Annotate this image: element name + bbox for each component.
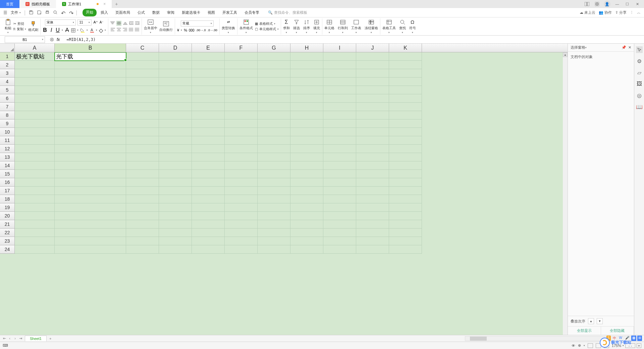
decrease-font-icon[interactable]: A⁻ <box>100 20 104 24</box>
select-all-corner[interactable] <box>0 44 15 52</box>
cell-E12[interactable] <box>192 145 225 153</box>
row-header-18[interactable]: 18 <box>0 195 15 203</box>
cell-H5[interactable] <box>290 86 323 94</box>
cell-H10[interactable] <box>290 128 323 136</box>
cell-J14[interactable] <box>356 161 389 170</box>
cell-B5[interactable] <box>55 86 126 94</box>
cell-A22[interactable] <box>15 229 55 237</box>
cell-B14[interactable] <box>55 161 126 170</box>
cell-K5[interactable] <box>389 86 422 94</box>
cell-J11[interactable] <box>356 136 389 145</box>
cell-H16[interactable] <box>290 178 323 187</box>
row-header-6[interactable]: 6 <box>0 94 15 103</box>
cell-F6[interactable] <box>225 94 258 103</box>
number-format-select[interactable]: 常规▾ <box>181 20 214 27</box>
print-icon[interactable] <box>45 10 50 15</box>
cell-G6[interactable] <box>258 94 290 103</box>
skin-icon[interactable]: 👤 <box>604 1 610 7</box>
cell-D3[interactable] <box>159 69 192 78</box>
add-sheet-button[interactable]: + <box>47 337 54 341</box>
clear-format-icon[interactable]: ◇ <box>99 27 103 34</box>
row-header-4[interactable]: 4 <box>0 78 15 86</box>
cell-G17[interactable] <box>258 187 290 195</box>
cell-J4[interactable] <box>356 78 389 86</box>
cell-F21[interactable] <box>225 220 258 229</box>
cell-A16[interactable] <box>15 178 55 187</box>
row-header-9[interactable]: 9 <box>0 119 15 128</box>
cell-H23[interactable] <box>290 237 323 245</box>
cell-E16[interactable] <box>192 178 225 187</box>
cell-J20[interactable] <box>356 212 389 220</box>
cond-format-button[interactable]: 条件格式▾ <box>239 19 253 34</box>
cell-F24[interactable] <box>225 245 258 254</box>
cell-I16[interactable] <box>323 178 356 187</box>
format-painter-button[interactable]: 格式刷 <box>28 21 38 32</box>
cell-J17[interactable] <box>356 187 389 195</box>
input-mode-icon[interactable]: ⌨ <box>3 343 8 348</box>
cell-A19[interactable] <box>15 203 55 212</box>
cell-K21[interactable] <box>389 220 422 229</box>
cell-J23[interactable] <box>356 237 389 245</box>
cell-J9[interactable] <box>356 119 389 128</box>
cell-G21[interactable] <box>258 220 290 229</box>
cell-K10[interactable] <box>389 128 422 136</box>
cell-I4[interactable] <box>323 78 356 86</box>
cell-E1[interactable] <box>192 52 225 61</box>
bring-forward-button[interactable]: ▲ <box>588 318 594 324</box>
cell-I19[interactable] <box>323 203 356 212</box>
cell-I18[interactable] <box>323 195 356 203</box>
cell-C19[interactable] <box>126 203 159 212</box>
cell-H8[interactable] <box>290 111 323 119</box>
cell-K1[interactable] <box>389 52 422 61</box>
cell-A18[interactable] <box>15 195 55 203</box>
close-panel-icon[interactable]: ✕ <box>628 45 631 50</box>
file-menu[interactable]: 文件 ▾ <box>9 10 23 15</box>
col-header-H[interactable]: H <box>290 44 323 52</box>
border-icon[interactable] <box>71 28 75 33</box>
cell-E20[interactable] <box>192 212 225 220</box>
cell-B9[interactable] <box>55 119 126 128</box>
cell-H12[interactable] <box>290 145 323 153</box>
cell-F8[interactable] <box>225 111 258 119</box>
cell-C11[interactable] <box>126 136 159 145</box>
cell-H1[interactable] <box>290 52 323 61</box>
layout-tool-icon[interactable]: ▱ <box>636 69 643 76</box>
cell-I21[interactable] <box>323 220 356 229</box>
cell-C22[interactable] <box>126 229 159 237</box>
cell-K24[interactable] <box>389 245 422 254</box>
location-tool-icon[interactable]: ◎ <box>636 92 643 99</box>
fill-color-icon[interactable] <box>80 28 85 33</box>
cell-E4[interactable] <box>192 78 225 86</box>
row-header-11[interactable]: 11 <box>0 136 15 145</box>
cell-A20[interactable] <box>15 212 55 220</box>
menu-tab-6[interactable]: 新建选项卡 <box>178 9 204 16</box>
cell-H24[interactable] <box>290 245 323 254</box>
grid-icon[interactable] <box>594 1 600 7</box>
row-header-21[interactable]: 21 <box>0 220 15 229</box>
cell-F9[interactable] <box>225 119 258 128</box>
cell-K18[interactable] <box>389 195 422 203</box>
row-header-17[interactable]: 17 <box>0 187 15 195</box>
cell-K12[interactable] <box>389 145 422 153</box>
tab-home[interactable]: 首页 <box>0 0 19 8</box>
cell-H21[interactable] <box>290 220 323 229</box>
close-icon[interactable]: × <box>103 2 106 6</box>
cell-A2[interactable] <box>15 61 55 69</box>
cell-F5[interactable] <box>225 86 258 94</box>
scroll-up-icon[interactable]: ▲ <box>563 52 568 57</box>
cell-B6[interactable] <box>55 94 126 103</box>
cell-B2[interactable] <box>55 61 126 69</box>
cell-B10[interactable] <box>55 128 126 136</box>
cell-E19[interactable] <box>192 203 225 212</box>
cell-K13[interactable] <box>389 153 422 161</box>
cell-D17[interactable] <box>159 187 192 195</box>
cell-F23[interactable] <box>225 237 258 245</box>
underline-icon[interactable]: U <box>55 27 60 33</box>
cell-H20[interactable] <box>290 212 323 220</box>
col-header-E[interactable]: E <box>192 44 225 52</box>
strike-icon[interactable]: A <box>65 27 69 33</box>
cell-I10[interactable] <box>323 128 356 136</box>
cell-K19[interactable] <box>389 203 422 212</box>
row-header-14[interactable]: 14 <box>0 161 15 170</box>
cell-D1[interactable] <box>159 52 192 61</box>
